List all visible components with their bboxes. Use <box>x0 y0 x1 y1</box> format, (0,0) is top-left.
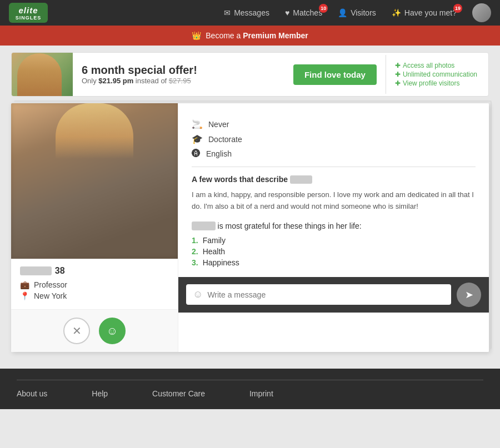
language-icon: 🅐 <box>192 149 201 159</box>
user-avatar[interactable] <box>472 3 491 22</box>
premium-link[interactable]: Premium Member <box>243 31 308 40</box>
visitors-label: Visitors <box>351 8 376 17</box>
footer-divider <box>17 380 483 380</box>
logo-sub: SINGLES <box>16 15 42 21</box>
divider-1 <box>192 167 476 167</box>
grateful-item-2: 2. Health <box>192 246 476 257</box>
location-icon: 📍 <box>20 291 29 300</box>
matches-badge: 10 <box>319 4 328 13</box>
nav-matches[interactable]: ♥ Matches 10 <box>285 8 322 17</box>
ad-title: 6 month special offer! <box>82 64 276 77</box>
education-text: Doctorate <box>208 135 242 144</box>
main-nav: ✉ Messages ♥ Matches 10 👤 Visitors ✨ Hav… <box>224 3 491 22</box>
language-text: English <box>206 149 232 158</box>
profile-card-inner: ▓▓▓▓ 38 💼 Professor 📍 New York <box>11 103 489 352</box>
location-text: New York <box>34 291 67 300</box>
ad-image <box>12 52 73 97</box>
profile-occupation: 💼 Professor <box>20 280 169 289</box>
smoking-icon: 🚬 <box>192 119 203 129</box>
describe-name-blurred: ▓▓▓ <box>290 175 312 184</box>
main-header: elite SINGLES ✉ Messages ♥ Matches 10 👤 … <box>0 0 500 26</box>
ad-old-price: $27.95 <box>169 77 191 85</box>
message-input-wrap: ☺ <box>186 284 451 305</box>
nav-visitors[interactable]: 👤 Visitors <box>338 8 376 17</box>
education-attr: 🎓 Doctorate <box>192 134 476 144</box>
ad-subtitle: Only $21.95 pm instead of $27.95 <box>82 77 276 85</box>
grateful-section-title: ▓▓▓ is most grateful for these things in… <box>192 222 476 230</box>
smoking-text: Never <box>208 120 229 129</box>
ad-features: ✚Access all photos ✚Unlimited communicat… <box>386 55 488 94</box>
heart-icon: ♥ <box>285 8 289 17</box>
ad-cta-button[interactable]: Find love today <box>293 64 377 85</box>
ad-text: 6 month special offer! Only $21.95 pm in… <box>73 58 284 90</box>
haveyoumet-label: Have you met? <box>404 8 457 17</box>
premium-text: Become a Premium Member <box>206 31 308 40</box>
profile-location: 📍 New York <box>20 291 169 300</box>
crown-icon: 👑 <box>192 31 201 40</box>
message-bar: ☺ ➤ <box>178 277 489 313</box>
message-input[interactable] <box>207 290 444 299</box>
ad-feature-2: ✚Unlimited communication <box>395 71 479 78</box>
grateful-name-blurred: ▓▓▓ <box>192 222 216 230</box>
occupation-text: Professor <box>34 280 67 289</box>
profile-info-left: ▓▓▓▓ 38 💼 Professor 📍 New York <box>11 259 178 309</box>
logo[interactable]: elite SINGLES <box>9 3 48 23</box>
like-button[interactable]: ☺ <box>99 318 126 344</box>
nav-haveyoumet[interactable]: ✨ Have you met? 19 <box>392 8 457 17</box>
logo-text: elite <box>16 6 42 15</box>
site-footer: About us Help Customer Care Imprint <box>0 369 500 409</box>
nav-messages[interactable]: ✉ Messages <box>224 8 269 17</box>
profile-actions: ✕ ☺ <box>11 309 178 352</box>
ad-banner: 6 month special offer! Only $21.95 pm in… <box>11 52 489 97</box>
profile-left: ▓▓▓▓ 38 💼 Professor 📍 New York <box>11 103 178 352</box>
ad-price: $21.95 pm <box>98 77 133 85</box>
magic-icon: ✨ <box>392 8 401 17</box>
education-icon: 🎓 <box>192 134 203 144</box>
visitor-icon: 👤 <box>338 8 347 17</box>
ad-feature-1: ✚Access all photos <box>395 62 479 69</box>
send-icon: ➤ <box>465 289 473 301</box>
haveyoumet-badge: 19 <box>453 4 462 13</box>
dislike-button[interactable]: ✕ <box>63 318 90 344</box>
profile-name-age: ▓▓▓▓ 38 <box>20 266 169 276</box>
matches-label: Matches <box>293 8 322 17</box>
footer-about[interactable]: About us <box>17 389 47 398</box>
grateful-list: 1. Family 2. Health 3. Happiness <box>192 235 476 268</box>
footer-help[interactable]: Help <box>92 389 108 398</box>
messages-label: Messages <box>234 8 269 17</box>
briefcase-icon: 💼 <box>20 280 29 289</box>
grateful-item-3: 3. Happiness <box>192 257 476 268</box>
profile-photo <box>11 103 178 259</box>
profile-name-blurred: ▓▓▓▓ <box>20 266 52 275</box>
mail-icon: ✉ <box>224 8 231 17</box>
profile-age: 38 <box>55 266 65 276</box>
profile-right: 🚬 Never 🎓 Doctorate 🅐 English A few word… <box>178 103 489 352</box>
send-button[interactable]: ➤ <box>457 283 481 307</box>
language-attr: 🅐 English <box>192 149 476 159</box>
footer-links: About us Help Customer Care Imprint <box>17 389 483 398</box>
grateful-item-1: 1. Family <box>192 235 476 246</box>
ad-feature-3: ✚View profile visitors <box>395 79 479 87</box>
emoji-icon: ☺ <box>193 289 203 300</box>
describe-section-title: A few words that describe ▓▓▓ <box>192 175 476 184</box>
profile-area: ▓▓▓▓ 38 💼 Professor 📍 New York <box>11 103 489 352</box>
footer-customer-care[interactable]: Customer Care <box>152 389 205 398</box>
profile-bio: I am a kind, happy, and responsible pers… <box>192 189 476 213</box>
premium-banner[interactable]: 👑 Become a Premium Member <box>0 26 500 46</box>
ad-person-image <box>17 53 62 97</box>
smoking-attr: 🚬 Never <box>192 119 476 129</box>
profile-card: ▓▓▓▓ 38 💼 Professor 📍 New York <box>11 103 489 352</box>
profile-stack-wrapper: ▓▓▓▓ 38 💼 Professor 📍 New York <box>11 103 489 352</box>
footer-imprint[interactable]: Imprint <box>249 389 273 398</box>
